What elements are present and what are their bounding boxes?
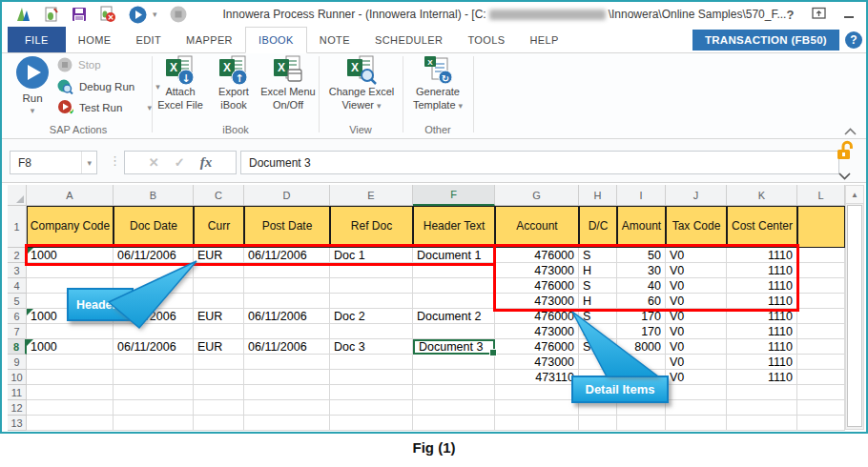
cell-A7[interactable] bbox=[27, 324, 114, 339]
cell-D12[interactable] bbox=[244, 400, 330, 416]
cell-B8[interactable]: 06/11/2006 bbox=[114, 339, 194, 355]
help-badge-icon[interactable]: ? bbox=[845, 31, 862, 49]
column-header-E[interactable]: E bbox=[330, 185, 413, 206]
cell-F11[interactable] bbox=[413, 385, 495, 400]
cell-H9[interactable] bbox=[579, 355, 617, 370]
cell-D7[interactable] bbox=[244, 324, 330, 339]
tab-tools[interactable]: TOOLS bbox=[455, 27, 517, 52]
transaction-button[interactable]: TRANSACTION (FB50) bbox=[692, 30, 839, 51]
row-header-1[interactable]: 1 bbox=[8, 206, 27, 248]
header-cell-A1[interactable]: Company Code bbox=[27, 206, 114, 248]
cell-D13[interactable] bbox=[244, 416, 330, 431]
cell-L4[interactable] bbox=[797, 278, 845, 294]
cell-B3[interactable] bbox=[114, 263, 194, 278]
column-header-A[interactable]: A bbox=[27, 185, 114, 206]
row-header-11[interactable]: 11 bbox=[8, 385, 27, 400]
cell-C6[interactable]: EUR bbox=[194, 309, 244, 324]
row-header-6[interactable]: 6 bbox=[8, 309, 27, 324]
cell-B11[interactable] bbox=[114, 385, 194, 400]
cell-E2[interactable]: Doc 1 bbox=[330, 248, 413, 263]
header-cell-B1[interactable]: Doc Date bbox=[114, 206, 194, 248]
cell-C7[interactable] bbox=[194, 324, 244, 339]
cell-C12[interactable] bbox=[194, 400, 244, 416]
cell-C5[interactable] bbox=[194, 294, 244, 309]
cell-F10[interactable] bbox=[413, 370, 495, 385]
titlebar-help-icon[interactable]: ? bbox=[786, 8, 794, 22]
cell-F13[interactable] bbox=[413, 416, 495, 431]
row-header-9[interactable]: 9 bbox=[8, 355, 27, 370]
cell-L8[interactable] bbox=[797, 339, 845, 355]
cell-K11[interactable] bbox=[727, 385, 797, 400]
column-header-H[interactable]: H bbox=[579, 185, 617, 206]
cell-A9[interactable] bbox=[27, 355, 114, 370]
cell-C10[interactable] bbox=[194, 370, 244, 385]
cell-G10[interactable]: 473110 bbox=[495, 370, 579, 385]
row-header-4[interactable]: 4 bbox=[8, 278, 27, 294]
cell-H7[interactable]: H bbox=[579, 324, 617, 339]
cell-E13[interactable] bbox=[330, 416, 413, 431]
cell-D5[interactable] bbox=[244, 294, 330, 309]
column-header-G[interactable]: G bbox=[495, 185, 579, 206]
cell-I3[interactable]: 30 bbox=[617, 263, 666, 278]
generate-caret-icon[interactable]: ▾ bbox=[459, 101, 464, 111]
cell-K2[interactable]: 1110 bbox=[727, 248, 797, 263]
tab-mapper[interactable]: MAPPER bbox=[174, 27, 245, 52]
cell-C13[interactable] bbox=[194, 416, 244, 431]
cell-J3[interactable]: V0 bbox=[666, 263, 727, 278]
cell-G5[interactable]: 473000 bbox=[495, 294, 579, 309]
cell-A13[interactable] bbox=[27, 416, 114, 431]
column-header-B[interactable]: B bbox=[114, 185, 194, 206]
formula-bar-splitter[interactable]: ⋮ bbox=[109, 153, 121, 168]
cell-J8[interactable]: V0 bbox=[666, 339, 727, 355]
cell-C11[interactable] bbox=[194, 385, 244, 400]
cell-E12[interactable] bbox=[330, 400, 413, 416]
run-caret-icon[interactable]: ▾ bbox=[31, 106, 35, 115]
cell-J6[interactable]: V0 bbox=[666, 309, 727, 324]
enter-icon[interactable]: ✓ bbox=[175, 155, 185, 170]
cell-F12[interactable] bbox=[413, 400, 495, 416]
column-header-K[interactable]: K bbox=[727, 185, 797, 206]
cell-H8[interactable]: S bbox=[579, 339, 617, 355]
cell-B9[interactable] bbox=[114, 355, 194, 370]
column-header-C[interactable]: C bbox=[194, 185, 244, 206]
tab-scheduler[interactable]: SCHEDULER bbox=[362, 27, 455, 52]
column-header-L[interactable]: L bbox=[797, 185, 845, 206]
header-cell-J1[interactable]: Tax Code bbox=[666, 206, 727, 248]
tab-edit[interactable]: EDIT bbox=[123, 27, 174, 52]
row-header-10[interactable]: 10 bbox=[8, 370, 27, 385]
select-all-corner[interactable] bbox=[8, 185, 27, 206]
vertical-scrollbar[interactable]: ▲ bbox=[845, 185, 864, 430]
cell-J10[interactable]: V0 bbox=[666, 370, 727, 385]
insert-function-icon[interactable]: fx bbox=[200, 154, 213, 171]
cell-G13[interactable] bbox=[495, 416, 579, 431]
cell-L11[interactable] bbox=[797, 385, 845, 400]
cell-J5[interactable]: V0 bbox=[666, 294, 727, 309]
cell-K8[interactable]: 1110 bbox=[727, 339, 797, 355]
cell-B12[interactable] bbox=[114, 400, 194, 416]
attach-excel-file-button[interactable]: X↓ Attach Excel File bbox=[155, 55, 206, 112]
cell-E5[interactable] bbox=[330, 294, 413, 309]
cell-J13[interactable] bbox=[666, 416, 727, 431]
cell-L7[interactable] bbox=[797, 324, 845, 339]
cell-E9[interactable] bbox=[330, 355, 413, 370]
cell-K6[interactable]: 1110 bbox=[727, 309, 797, 324]
cell-K12[interactable] bbox=[727, 400, 797, 416]
cell-I2[interactable]: 50 bbox=[617, 248, 666, 263]
cell-L12[interactable] bbox=[797, 400, 845, 416]
collapse-ribbon-icon[interactable] bbox=[844, 122, 857, 139]
header-cell-C1[interactable]: Curr bbox=[194, 206, 244, 248]
cell-F5[interactable] bbox=[413, 294, 495, 309]
cell-G6[interactable]: 476000 bbox=[495, 309, 579, 324]
cell-C4[interactable] bbox=[194, 278, 244, 294]
cell-L2[interactable] bbox=[797, 248, 845, 263]
cell-E4[interactable] bbox=[330, 278, 413, 294]
cell-L6[interactable] bbox=[797, 309, 845, 324]
cell-I6[interactable]: 170 bbox=[617, 309, 666, 324]
cell-F9[interactable] bbox=[413, 355, 495, 370]
change-excel-viewer-button[interactable]: X Change Excel Viewer ▾ bbox=[324, 55, 399, 112]
tab-home[interactable]: HOME bbox=[66, 27, 124, 52]
cell-D6[interactable]: 06/11/2006 bbox=[244, 309, 330, 324]
excel-menu-toggle-button[interactable]: X Excel Menu On/Off bbox=[259, 55, 317, 112]
column-header-F[interactable]: F bbox=[413, 185, 495, 206]
pin-window-icon[interactable] bbox=[812, 6, 826, 23]
